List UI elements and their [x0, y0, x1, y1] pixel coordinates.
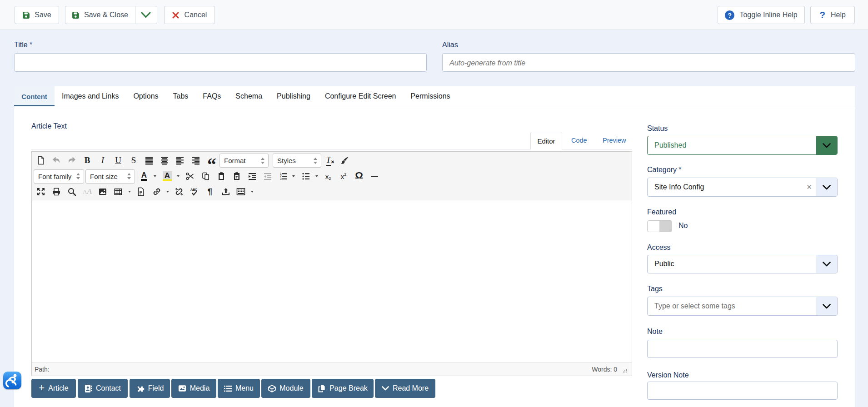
- svg-text:?: ?: [728, 11, 732, 19]
